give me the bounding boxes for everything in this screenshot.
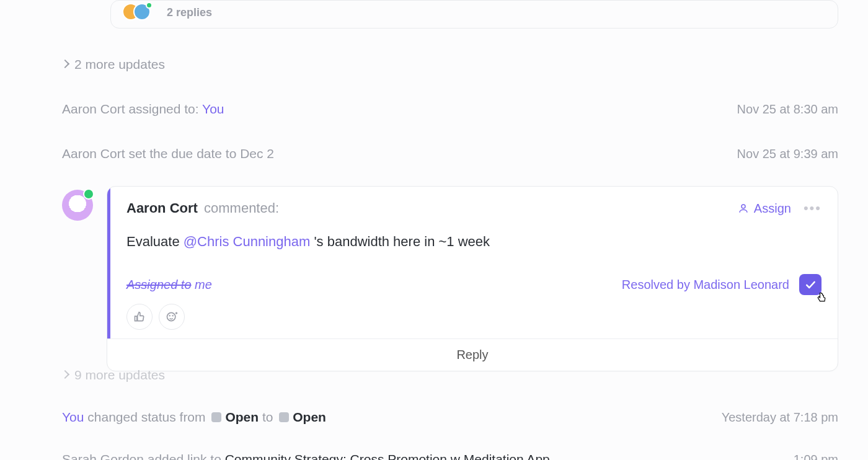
comment-body: Evaluate @Chris Cunningham 's bandwidth … [126,231,822,252]
collapsed-count: 9 more updates [74,368,165,383]
resolve-toggle[interactable] [799,274,822,295]
more-menu-button[interactable]: ••• [804,200,822,216]
assignee-link[interactable]: You [202,102,224,116]
mention-link[interactable]: @Chris Cunningham [184,234,311,249]
activity-added-link: Sarah Gordon added link to Community Str… [62,452,838,460]
verb: assigned to: [125,102,203,116]
replies-count: 2 replies [167,6,212,19]
comment-text: Evaluate [126,234,184,249]
actor: Sarah Gordon [62,452,144,460]
to-word: to [259,410,277,424]
user-icon [738,203,749,214]
verb: added link to [144,452,225,460]
reply-label: Reply [456,348,488,361]
activity-assigned: Aaron Cort assigned to: You Nov 25 at 8:… [62,102,838,117]
link-title[interactable]: Community Strategy: Cross Promotion w Me… [225,452,550,460]
comment-card: Aaron Cort commented: Assign ••• Evaluat… [107,186,838,371]
comment-author-avatar[interactable] [62,190,93,221]
like-button[interactable] [126,304,153,330]
chevron-right-icon [61,370,69,379]
reply-button[interactable]: Reply [107,338,838,371]
status-from: Open [225,410,259,424]
assign-button[interactable]: Assign [738,201,791,216]
comment-author-line: Aaron Cort commented: [126,200,279,216]
check-icon [804,278,817,291]
collapsed-count: 2 more updates [74,57,165,72]
actor: Aaron Cort [62,102,125,116]
svg-point-2 [169,316,170,316]
activity-status-change: You changed status from Open to Open Yes… [62,410,838,425]
svg-point-0 [742,205,745,208]
timestamp: Nov 25 at 8:30 am [737,102,838,117]
commented-label: commented: [204,200,279,216]
emoji-add-icon [166,311,178,323]
timestamp: Nov 25 at 9:39 am [737,147,838,161]
assigned-to-strike: Assigned to [126,278,192,291]
assigned-to-line[interactable]: Assigned to me [126,278,212,292]
due-date-value: Dec 2 [240,146,274,161]
svg-point-3 [172,316,173,316]
activity-due-date: Aaron Cort set the due date to Dec 2 Nov… [62,146,838,161]
cursor-pointer-icon [815,291,828,304]
reply-avatars [122,3,158,22]
chevron-right-icon [61,60,69,68]
verb: set the due date to [125,146,241,161]
expand-updates-2[interactable]: 9 more updates [62,368,838,383]
comment-block: Aaron Cort commented: Assign ••• Evaluat… [62,186,838,371]
assigned-to-rest: me [192,278,212,291]
presence-indicator [146,2,153,9]
comment-text: 's bandwidth here in ~1 week [310,234,490,249]
comment-author-name: Aaron Cort [126,200,198,216]
resolved-by-label: Resolved by Madison Leonard [622,278,789,292]
resolved-line: Resolved by Madison Leonard [622,274,822,295]
status-to: Open [293,410,326,424]
svg-point-1 [167,312,175,321]
timestamp: Yesterday at 7:18 pm [722,410,838,425]
thumbs-up-icon [133,311,146,323]
add-reaction-button[interactable] [159,304,185,330]
expand-updates-1[interactable]: 2 more updates [62,57,838,72]
status-badge-from [211,412,221,422]
assign-label: Assign [754,201,791,216]
status-badge-to [279,412,289,422]
actor-link[interactable]: You [62,410,84,424]
timestamp: 1:09 pm [794,453,838,460]
thread-replies-card[interactable]: 2 replies [110,0,838,29]
actor: Aaron Cort [62,146,125,161]
verb: changed status from [84,410,209,424]
